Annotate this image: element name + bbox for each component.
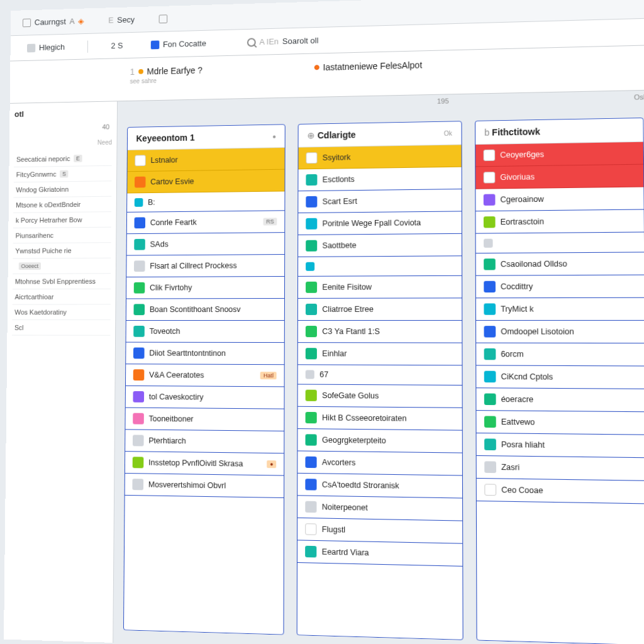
card-chip-icon (306, 457, 317, 468)
card[interactable]: Cartov Esvie (127, 170, 285, 194)
column-header[interactable]: b Fithctitowk (475, 118, 643, 145)
card-label: Cocdittry (501, 282, 533, 291)
card[interactable]: Ceo Cooae (476, 479, 644, 504)
card-chip-icon (133, 326, 145, 337)
card[interactable]: Clik Fivrtohy (126, 277, 284, 299)
sidebar-item[interactable]: FitcyGnnwrncS (14, 166, 112, 182)
sidebar-item[interactable]: Mtohnse Svbl Enpprentiess (13, 274, 111, 289)
card[interactable]: Flugstl (297, 518, 462, 544)
card[interactable]: Posra hliaht (476, 433, 644, 458)
card[interactable]: Ceoyer6ges (475, 142, 643, 167)
card[interactable]: Insstetop PvnflOivitl Skrasa● (125, 452, 284, 475)
card[interactable]: Geogrgketerpteito (298, 429, 462, 453)
card[interactable]: Diiot Searttntontntinon (126, 343, 284, 365)
sidebar-item[interactable]: Ooeect (13, 258, 111, 274)
card[interactable]: Mosverertshimoi Obvrl (125, 474, 284, 498)
tab-label: Iastatneniewe FelesAlpot (323, 60, 423, 72)
card[interactable]: Esctlonts (299, 167, 462, 191)
card[interactable]: Scart Esrt (299, 189, 462, 213)
menu-prefix: E (108, 16, 113, 25)
card[interactable]: éoeracre (476, 388, 644, 412)
card[interactable] (475, 233, 644, 254)
card[interactable]: 67 (298, 365, 462, 386)
board-column: ⊕ CdlarigteOkSsyitorkEsctlontsScart Esrt… (297, 121, 463, 640)
tab-2[interactable]: Iastatneniewe FelesAlpot (314, 60, 423, 72)
toolbar-item-3[interactable]: Fon Cocatte (146, 36, 211, 52)
card-label: Esctlonts (323, 175, 355, 184)
card[interactable]: Eortrasctoin (475, 210, 644, 234)
kanban-board: Keyeeontom 1●LstnalorCartov EsvieB:Conrl… (113, 104, 644, 644)
menu-item-3[interactable] (159, 14, 168, 23)
card[interactable]: Ssyitork (299, 145, 461, 169)
column-meta: ● (272, 133, 276, 140)
card-label: Ceoyer6ges (500, 150, 544, 159)
card[interactable]: Givoriuas (475, 165, 643, 189)
card[interactable]: tol Caveskoctiry (126, 386, 284, 409)
card[interactable]: Eattvewo (476, 411, 644, 435)
sidebar-item[interactable]: Piunsarihenc (13, 228, 111, 244)
card[interactable]: V&A CeeratotesHatl (126, 364, 284, 387)
card-chip-icon (306, 304, 317, 315)
card-chip-icon (306, 262, 314, 271)
card[interactable]: Omdoopel Lisotoion (476, 321, 644, 343)
card[interactable]: CsA'toedtd Stroranisk (298, 474, 462, 499)
card[interactable]: Conrle FeartkRS (127, 211, 285, 234)
card[interactable]: Avcorters (298, 451, 462, 475)
divider (87, 40, 88, 52)
sidebar-count: 40 (14, 123, 110, 132)
card[interactable]: Boan Scontithoant Snoosv (126, 299, 285, 321)
menu-item-2[interactable]: E Secy (108, 15, 135, 25)
card[interactable]: C3 Ya Ftantl 1:S (298, 321, 462, 343)
column-header[interactable]: ⊕ CdlarigteOk (299, 121, 461, 147)
sidebar-item[interactable]: Mtsone k oDextBndeir (13, 197, 111, 213)
card[interactable]: Saottbete (298, 234, 461, 257)
card[interactable]: Cocdittry (475, 275, 644, 299)
card[interactable]: SAds (127, 233, 285, 255)
card[interactable]: TryMict k (476, 298, 644, 321)
search-box[interactable]: A IEn Soarolt oll (242, 33, 324, 50)
card[interactable]: Lstnalor (128, 148, 285, 172)
menu-label: Secy (117, 15, 135, 25)
card-label: Hikt B Csseeoretoiraten (322, 413, 406, 423)
card[interactable]: SofeGate Golus (298, 385, 462, 408)
sidebar-item[interactable]: k Porcy Hetrarher Bow (13, 212, 111, 228)
sidebar-item[interactable]: Scl (12, 320, 111, 336)
toolbar-item-1[interactable]: Hlegich (22, 40, 69, 55)
card[interactable]: Poritnle Wege Fpall Coviota (299, 211, 462, 235)
card-label: Zasri (501, 463, 519, 472)
card[interactable]: Zasri (476, 456, 644, 481)
card-chip-icon (135, 198, 143, 207)
sidebar-item[interactable]: Seecaticai neporicE (14, 150, 112, 167)
card-label: Eenite Fisitow (322, 282, 372, 291)
card[interactable]: B: (127, 191, 285, 212)
card[interactable]: Eeartrd Viara (297, 540, 462, 566)
card[interactable]: Einhlar (298, 343, 462, 365)
card[interactable]: Eenite Fisitow (298, 276, 462, 299)
card[interactable]: Hikt B Csseeoretoiraten (298, 407, 462, 431)
card[interactable]: Cgeroainow (475, 187, 644, 212)
card-chip-icon (133, 391, 144, 402)
card[interactable]: Csaoilonad Olldso (475, 252, 644, 275)
card[interactable]: Tooneitboner (125, 408, 284, 431)
card-label: Cartov Esvie (150, 177, 194, 187)
card[interactable]: CiKcnd Cptols (476, 365, 644, 389)
toolbar-item-2[interactable]: 2 S (106, 38, 128, 53)
card-label: Eeartrd Viara (322, 547, 369, 557)
menu-item-1[interactable]: Caurngst A ◈ (23, 16, 84, 27)
sidebar-item[interactable]: Wos Kaetdoratiny (12, 304, 110, 320)
card[interactable]: Toveotch (126, 321, 284, 343)
card-chip-icon (484, 371, 496, 383)
sidebar-item[interactable]: Wndog Gkriatoinn (14, 181, 112, 197)
sidebar-item[interactable]: Ywnstsd Puiche rie (13, 243, 111, 258)
card[interactable]: Cliatrroe Etree (298, 298, 462, 321)
card[interactable] (298, 256, 461, 277)
column-header[interactable]: Keyeeontom 1● (128, 125, 285, 150)
card-badge: Hatl (260, 372, 277, 379)
card[interactable]: Pterhtiarch (125, 430, 284, 453)
sidebar-item[interactable]: Aicrtcarthioar (13, 289, 111, 305)
tab-1[interactable]: 1 Mdrle Earfye ? see sahre (130, 65, 203, 85)
card[interactable]: Flsart al Cillrect Prockess (126, 255, 284, 277)
card[interactable]: 6orcm (476, 343, 644, 367)
column-body: Ceoyer6gesGivoriuasCgeroainowEortrasctoi… (475, 142, 644, 644)
card[interactable]: Noiterpeonet (297, 496, 462, 521)
